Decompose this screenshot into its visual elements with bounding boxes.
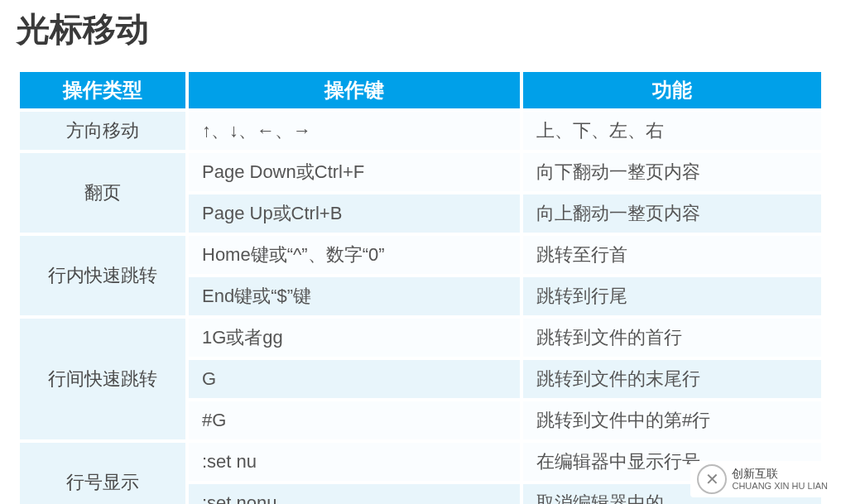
- table-row: 方向移动↑、↓、←、→上、下、左、右: [20, 112, 821, 150]
- type-cell: 方向移动: [20, 112, 185, 150]
- type-cell: 翻页: [20, 153, 185, 233]
- page-title: 光标移动: [17, 7, 824, 52]
- table-row: 翻页Page Down或Ctrl+F向下翻动一整页内容: [20, 153, 821, 191]
- key-cell: :set nonu: [189, 484, 520, 504]
- cursor-movement-table: 操作类型 操作键 功能 方向移动↑、↓、←、→上、下、左、右翻页Page Dow…: [17, 69, 824, 504]
- key-cell: ↑、↓、←、→: [189, 112, 520, 150]
- key-cell: Home键或“^”、数字“0”: [189, 236, 520, 274]
- logo-icon: ✕: [697, 464, 727, 494]
- key-cell: Page Up或Ctrl+B: [189, 194, 520, 233]
- func-cell: 跳转到行尾: [523, 277, 821, 315]
- type-cell: 行内快速跳转: [20, 236, 185, 315]
- key-cell: #G: [189, 401, 520, 439]
- func-cell: 跳转到文件的末尾行: [523, 360, 821, 398]
- brand-logo: ✕ 创新互联 CHUANG XIN HU LIAN: [690, 461, 834, 497]
- func-cell: 向上翻动一整页内容: [523, 194, 821, 233]
- key-cell: G: [189, 360, 520, 398]
- table-row: 行间快速跳转1G或者gg跳转到文件的首行: [20, 319, 821, 357]
- header-type: 操作类型: [20, 72, 185, 108]
- table-row: 行内快速跳转Home键或“^”、数字“0”跳转至行首: [20, 236, 821, 274]
- type-cell: 行号显示: [20, 443, 185, 504]
- func-cell: 向下翻动一整页内容: [523, 153, 821, 191]
- key-cell: :set nu: [189, 443, 520, 481]
- header-key: 操作键: [189, 72, 520, 108]
- header-func: 功能: [523, 72, 821, 108]
- func-cell: 跳转到文件的首行: [523, 319, 821, 357]
- func-cell: 上、下、左、右: [523, 112, 821, 150]
- func-cell: 跳转至行首: [523, 236, 821, 274]
- logo-text-en: CHUANG XIN HU LIAN: [732, 481, 828, 491]
- logo-text-cn: 创新互联: [732, 468, 828, 480]
- key-cell: End键或“$”键: [189, 277, 520, 315]
- key-cell: 1G或者gg: [189, 319, 520, 357]
- key-cell: Page Down或Ctrl+F: [189, 153, 520, 191]
- type-cell: 行间快速跳转: [20, 319, 185, 439]
- func-cell: 跳转到文件中的第#行: [523, 401, 821, 439]
